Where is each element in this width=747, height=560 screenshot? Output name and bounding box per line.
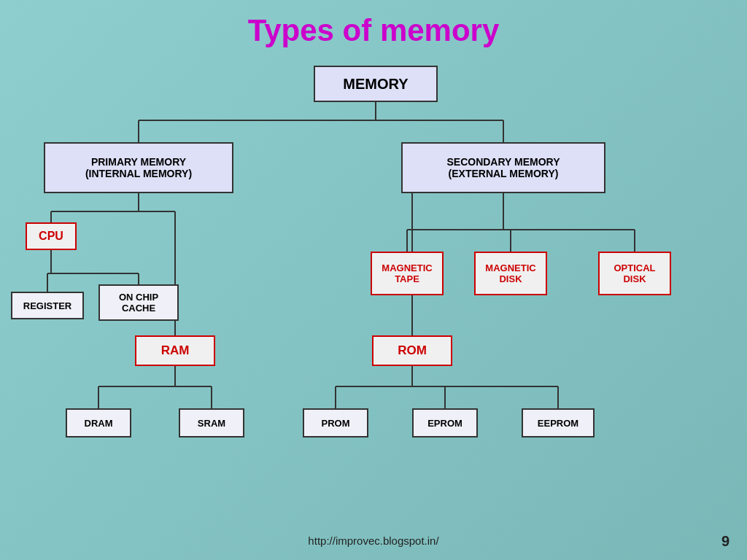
secondary-memory-box: SECONDARY MEMORY (EXTERNAL MEMORY)	[401, 142, 605, 193]
slide-number: 9	[721, 533, 729, 550]
footer-url: http://improvec.blogspot.in/	[308, 534, 438, 547]
primary-memory-box: PRIMARY MEMORY (INTERNAL MEMORY)	[44, 142, 233, 193]
dram-box: DRAM	[66, 408, 131, 438]
ram-box: RAM	[135, 335, 215, 366]
magtape-box: MAGNETIC TAPE	[371, 252, 444, 295]
eeprom-box: EEPROM	[522, 408, 595, 438]
oncache-box: ON CHIP CACHE	[98, 284, 179, 321]
sram-box: SRAM	[179, 408, 244, 438]
eprom-box: EPROM	[412, 408, 478, 438]
rom-box: ROM	[372, 335, 452, 366]
memory-box: MEMORY	[314, 66, 438, 102]
magdisk-box: MAGNETIC DISK	[474, 252, 547, 295]
slide-title: Types of memory	[0, 0, 747, 55]
cpu-box: CPU	[26, 222, 77, 250]
register-box: REGISTER	[11, 292, 84, 319]
prom-box: PROM	[303, 408, 368, 438]
optdisk-box: OPTICAL DISK	[598, 252, 671, 295]
